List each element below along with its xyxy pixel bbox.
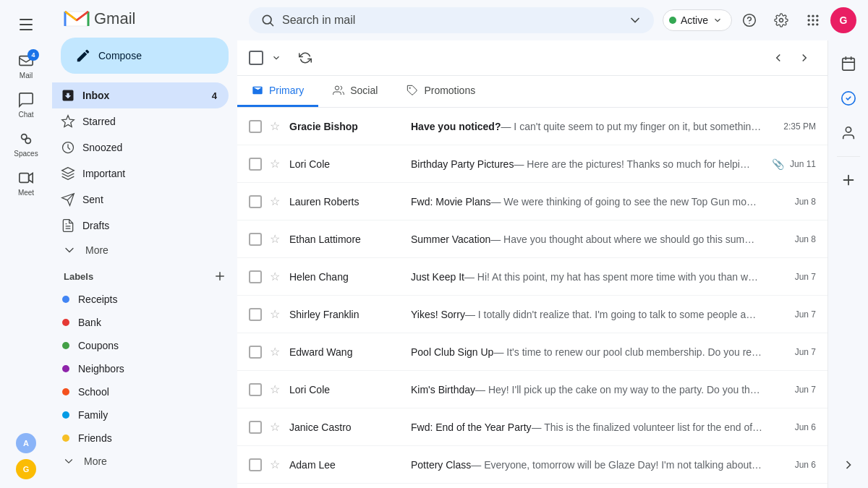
tab-social[interactable]: Social [318,76,392,107]
label-coupons[interactable]: Coupons [52,334,229,357]
email-row[interactable]: ☆ Gracie Bishop Need your Recipe! — I ca… [237,484,827,488]
label-family[interactable]: Family [52,403,229,427]
nav-item-inbox[interactable]: Inbox 4 [52,82,229,108]
svg-point-17 [336,86,339,90]
nav-item-snoozed[interactable]: Snoozed [52,134,229,160]
nav-item-sent[interactable]: Sent [52,187,229,213]
family-dot [62,411,69,419]
email-date-4: Jun 8 [795,234,816,244]
labels-more-item[interactable]: More [52,450,229,473]
user-avatar-small[interactable]: A [16,433,36,453]
user-avatar-small2[interactable]: G [16,459,36,479]
search-icon [260,13,275,27]
email-row[interactable]: ☆ Edward Wang Pool Club Sign Up — It's t… [237,333,827,371]
sidebar-narrow: 4 Mail Chat Spaces Meet A [0,0,52,488]
email-star-6[interactable]: ☆ [268,307,282,322]
next-page-button[interactable] [793,46,816,69]
email-checkbox-3[interactable] [249,195,262,208]
email-star-4[interactable]: ☆ [268,232,282,247]
add-addon-button[interactable] [834,166,863,194]
sidebar-item-meet[interactable]: Meet [6,165,46,201]
tasks-button[interactable] [834,84,863,113]
spaces-nav-label: Spaces [14,150,38,158]
email-row[interactable]: ☆ Helen Chang Just Keep It — Hi! At this… [237,258,827,296]
settings-button[interactable] [767,6,796,35]
email-checkbox-6[interactable] [249,308,262,321]
search-bar[interactable]: Search in mail [249,7,654,33]
add-label-button[interactable] [211,267,229,285]
email-snippet-4: — Have you thought about where we should… [490,234,788,245]
email-row[interactable]: ☆ Lori Cole Kim's Birthday — Hey! I'll p… [237,371,827,408]
sidebar-narrow-bottom: A G [16,433,36,488]
attachment-icon-2: 📎 [772,158,784,170]
select-all-checkbox[interactable] [249,51,263,65]
contacts-button[interactable] [834,119,863,147]
email-star-10[interactable]: ☆ [268,458,282,472]
help-button[interactable] [735,6,764,35]
email-checkbox-5[interactable] [249,270,262,283]
email-sender-6: Shirley Franklin [289,309,405,320]
sidebar-item-spaces[interactable]: Spaces [6,126,46,162]
nav-item-drafts[interactable]: Drafts [52,213,229,239]
email-row[interactable]: ☆ Shirley Franklin Yikes! Sorry — I tota… [237,296,827,333]
email-checkbox-7[interactable] [249,346,262,359]
label-school[interactable]: School [52,380,229,403]
friends-label-text: Friends [78,432,112,444]
hamburger-button[interactable] [12,10,41,39]
sidebar-item-mail[interactable]: 4 Mail [6,48,46,84]
email-row[interactable]: ☆ Adam Lee Pottery Class — Everyone, tom… [237,446,827,484]
email-star-3[interactable]: ☆ [268,194,282,209]
email-star-2[interactable]: ☆ [268,157,282,171]
expand-panel-button[interactable] [834,450,863,479]
nav-item-more[interactable]: More [52,239,229,262]
label-receipts[interactable]: Receipts [52,288,229,311]
status-label: Active [681,14,708,26]
sidebar-item-chat[interactable]: Chat [6,87,46,123]
email-checkbox-2[interactable] [249,158,262,171]
email-row[interactable]: ☆ Lauren Roberts Fwd: Movie Plans — We w… [237,183,827,221]
email-row[interactable]: ☆ Gracie Bishop Have you noticed? — I ca… [237,108,827,145]
email-star-1[interactable]: ☆ [268,119,282,134]
email-meta-1: 2:35 PM [783,121,816,132]
apps-button[interactable] [799,6,827,35]
nav-item-starred[interactable]: Starred [52,108,229,134]
prev-page-button[interactable] [767,46,790,69]
email-star-5[interactable]: ☆ [268,270,282,284]
email-row[interactable]: ☆ Ethan Lattimore Summer Vacation — Have… [237,221,827,258]
email-content-10: Pottery Class — Everyone, tomorrow will … [411,459,789,471]
family-label-text: Family [78,409,108,421]
right-panel [827,40,868,488]
inbox-icon [61,88,75,103]
email-star-9[interactable]: ☆ [268,420,282,435]
email-checkbox-10[interactable] [249,458,262,471]
compose-button[interactable]: Compose [61,38,229,74]
email-row[interactable]: ☆ Janice Castro Fwd: End of the Year Par… [237,408,827,446]
important-icon [61,166,75,181]
label-neighbors[interactable]: Neighbors [52,357,229,380]
snoozed-icon [61,140,75,155]
primary-tab-label: Primary [269,85,304,96]
nav-item-important[interactable]: Important [52,160,229,187]
label-bank[interactable]: Bank [52,311,229,334]
refresh-icon [299,51,312,64]
search-filter-button[interactable] [628,13,642,27]
tab-promotions[interactable]: Promotions [392,76,490,107]
label-friends[interactable]: Friends [52,427,229,450]
drafts-icon [61,218,75,233]
email-checkbox-9[interactable] [249,421,262,434]
calendar-button[interactable] [834,49,863,78]
next-page-icon [798,51,811,64]
email-checkbox-8[interactable] [249,383,262,396]
refresh-button[interactable] [294,46,317,69]
email-checkbox-1[interactable] [249,120,262,133]
email-row[interactable]: ☆ Lori Cole Birthday Party Pictures — He… [237,145,827,183]
prev-page-icon [772,51,785,64]
email-star-7[interactable]: ☆ [268,345,282,359]
status-pill[interactable]: Active [663,9,732,31]
tab-primary[interactable]: Primary [237,76,318,107]
search-dropdown-icon [628,13,642,27]
user-avatar-main[interactable]: G [830,7,856,33]
select-dropdown-button[interactable] [265,46,288,69]
email-checkbox-4[interactable] [249,233,262,246]
email-star-8[interactable]: ☆ [268,382,282,397]
